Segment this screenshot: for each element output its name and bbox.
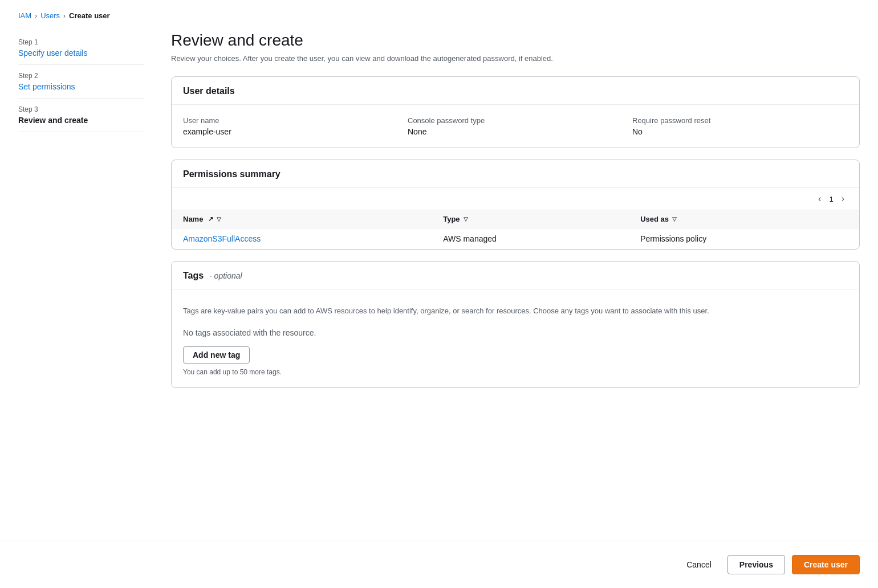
user-details-section: User details User name example-user Cons…: [171, 76, 860, 148]
table-header-row: Name ↗ ▽ Type ▽: [172, 210, 859, 228]
password-reset-field: Require password reset No: [632, 116, 848, 136]
password-reset-label: Require password reset: [632, 116, 848, 125]
user-details-content: User name example-user Console password …: [172, 105, 859, 148]
user-details-grid: User name example-user Console password …: [183, 116, 848, 136]
user-details-header: User details: [172, 77, 859, 105]
tags-header: Tags - optional: [172, 262, 859, 289]
step-1-link[interactable]: Specify user details: [18, 48, 87, 58]
sidebar: Step 1 Specify user details Step 2 Set p…: [18, 29, 144, 445]
permission-type-cell: AWS managed: [432, 228, 629, 250]
step-2-item: Step 2 Set permissions: [18, 65, 144, 99]
password-type-value: None: [408, 127, 623, 136]
tags-limit-message: You can add up to 50 more tags.: [183, 368, 848, 376]
permissions-summary-header: Permissions summary: [172, 160, 859, 188]
tags-description: Tags are key-value pairs you can add to …: [183, 305, 848, 317]
external-link-icon: ↗: [208, 215, 213, 223]
add-new-tag-button[interactable]: Add new tag: [183, 346, 250, 364]
no-tags-message: No tags associated with the resource.: [183, 328, 848, 337]
permissions-summary-section: Permissions summary ‹ 1 › Name ↗ ▽: [171, 160, 860, 250]
breadcrumb-iam[interactable]: IAM: [18, 11, 31, 20]
breadcrumb-current: Create user: [69, 11, 110, 20]
password-reset-value: No: [632, 127, 848, 136]
step-3-label: Step 3: [18, 105, 144, 113]
tags-optional-label: - optional: [209, 271, 242, 280]
pagination-row: ‹ 1 ›: [172, 188, 859, 210]
permission-name-link[interactable]: AmazonS3FullAccess: [183, 234, 261, 243]
tags-content: Tags are key-value pairs you can add to …: [172, 289, 859, 387]
page-number: 1: [829, 195, 833, 203]
user-name-field: User name example-user: [183, 116, 399, 136]
table-row: AmazonS3FullAccess AWS managed Permissio…: [172, 228, 859, 250]
step-3-link: Review and create: [18, 116, 88, 125]
breadcrumb: IAM › Users › Create user: [0, 0, 878, 29]
footer: Cancel Previous Create user: [0, 541, 878, 588]
breadcrumb-users[interactable]: Users: [40, 11, 60, 20]
create-user-button[interactable]: Create user: [792, 555, 860, 574]
step-1-item: Step 1 Specify user details: [18, 31, 144, 65]
type-sort-icon[interactable]: ▽: [464, 216, 468, 222]
step-3-item: Step 3 Review and create: [18, 99, 144, 132]
step-2-link[interactable]: Set permissions: [18, 82, 75, 91]
password-type-label: Console password type: [408, 116, 623, 125]
used-as-sort-icon[interactable]: ▽: [672, 216, 677, 222]
page-subtitle: Review your choices. After you create th…: [171, 54, 860, 63]
col-type-header: Type ▽: [432, 210, 629, 228]
step-2-label: Step 2: [18, 72, 144, 80]
previous-button[interactable]: Previous: [727, 555, 785, 574]
name-sort-icon[interactable]: ▽: [217, 216, 221, 222]
content-area: Review and create Review your choices. A…: [171, 29, 860, 445]
permissions-summary-title: Permissions summary: [183, 169, 281, 179]
tags-section: Tags - optional Tags are key-value pairs…: [171, 261, 860, 388]
next-page-button[interactable]: ›: [838, 193, 848, 205]
permission-used-as-cell: Permissions policy: [629, 228, 859, 250]
tags-title: Tags: [183, 271, 204, 280]
user-name-label: User name: [183, 116, 399, 125]
step-1-label: Step 1: [18, 38, 144, 46]
breadcrumb-sep-1: ›: [35, 12, 37, 20]
prev-page-button[interactable]: ‹: [815, 193, 824, 205]
breadcrumb-sep-2: ›: [63, 12, 66, 20]
permission-name-cell: AmazonS3FullAccess: [172, 228, 432, 250]
password-type-field: Console password type None: [408, 116, 623, 136]
page-title: Review and create: [171, 31, 860, 50]
col-used-as-header: Used as ▽: [629, 210, 859, 228]
col-name-header: Name ↗ ▽: [172, 210, 432, 228]
user-name-value: example-user: [183, 127, 399, 136]
cancel-button[interactable]: Cancel: [677, 556, 721, 574]
user-details-title: User details: [183, 86, 235, 96]
main-layout: Step 1 Specify user details Step 2 Set p…: [0, 29, 878, 445]
permissions-table: Name ↗ ▽ Type ▽: [172, 210, 859, 249]
